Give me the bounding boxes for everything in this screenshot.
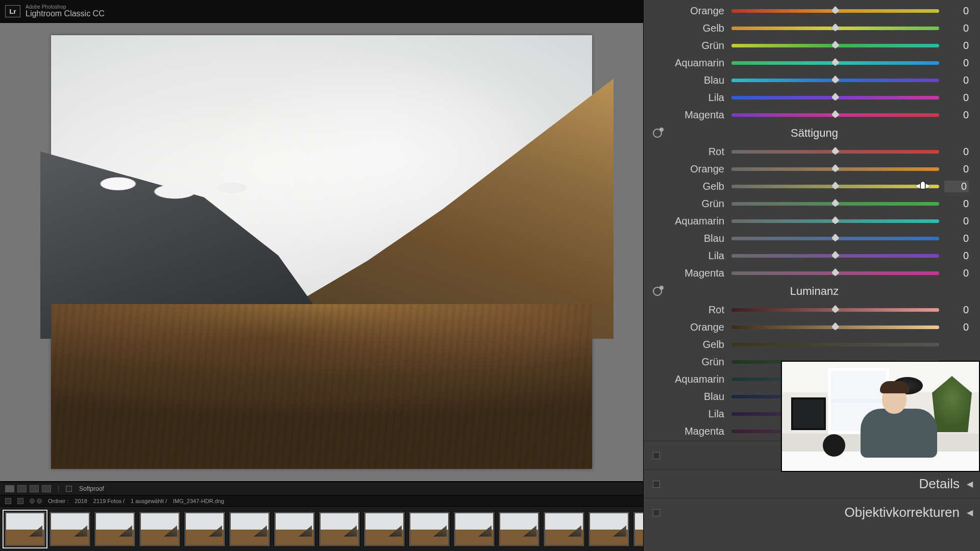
slider-track[interactable] bbox=[731, 79, 939, 82]
slider-value[interactable]: 0 bbox=[944, 109, 969, 121]
slider-value[interactable]: 0 bbox=[944, 74, 969, 86]
slider-track[interactable] bbox=[731, 150, 939, 154]
slider-label[interactable]: Grün bbox=[644, 40, 726, 52]
collapse-caret-icon[interactable]: ◀ bbox=[967, 508, 973, 517]
panel-switch-icon[interactable] bbox=[653, 509, 660, 516]
slider-label[interactable]: Lila bbox=[644, 250, 726, 262]
slider-handle[interactable] bbox=[831, 76, 840, 84]
slider-label[interactable]: Orange bbox=[644, 5, 726, 17]
slider-handle[interactable] bbox=[831, 182, 840, 190]
slider-track[interactable] bbox=[731, 308, 939, 312]
slider-value[interactable]: 0 bbox=[944, 57, 969, 69]
slider-handle[interactable] bbox=[831, 164, 840, 172]
slider-label[interactable]: Gelb bbox=[644, 339, 726, 350]
slider-track[interactable] bbox=[731, 61, 939, 65]
slider-handle[interactable] bbox=[831, 147, 840, 155]
collapse-caret-icon[interactable]: ◀ bbox=[967, 479, 973, 489]
preview-area[interactable] bbox=[0, 22, 643, 482]
slider-handle[interactable] bbox=[831, 216, 840, 224]
slider-track[interactable] bbox=[731, 202, 939, 206]
slider-value[interactable]: 0 bbox=[944, 22, 969, 34]
slider-handle[interactable] bbox=[831, 93, 840, 101]
slider-value[interactable]: 0 bbox=[944, 40, 969, 52]
filename[interactable]: IMG_2347-HDR.dng bbox=[173, 498, 224, 504]
filmstrip-thumb[interactable] bbox=[453, 511, 495, 547]
targeted-adjustment-icon[interactable] bbox=[653, 287, 662, 296]
slider-track[interactable] bbox=[731, 325, 939, 329]
slider-value[interactable]: 0 bbox=[944, 215, 969, 227]
slider-label[interactable]: Aquamarin bbox=[644, 57, 726, 69]
slider-label[interactable]: Rot bbox=[644, 304, 726, 316]
slider-handle[interactable] bbox=[831, 251, 840, 259]
nav-back-icon[interactable] bbox=[30, 498, 35, 504]
slider-value[interactable]: 0 bbox=[944, 5, 969, 17]
filmstrip-thumb[interactable] bbox=[408, 511, 450, 547]
slider-track[interactable] bbox=[731, 27, 939, 30]
slider-track[interactable] bbox=[731, 44, 939, 47]
slider-value[interactable]: 0 bbox=[944, 198, 969, 210]
slider-handle[interactable] bbox=[831, 322, 840, 331]
slider-handle[interactable] bbox=[831, 110, 840, 118]
slider-track[interactable] bbox=[731, 254, 939, 258]
filmstrip[interactable] bbox=[0, 506, 643, 551]
filmstrip-thumb[interactable] bbox=[94, 511, 136, 547]
collapsed-section[interactable]: Objektivkorrekturen◀ bbox=[644, 498, 980, 527]
filmstrip-thumb[interactable] bbox=[633, 511, 643, 547]
filmstrip-thumb[interactable] bbox=[49, 511, 91, 547]
slider-track[interactable] bbox=[731, 96, 939, 99]
slider-value[interactable]: 0 bbox=[944, 163, 969, 175]
people-view-icon[interactable] bbox=[42, 485, 51, 492]
folder-value[interactable]: 2018 bbox=[75, 498, 87, 504]
slider-label[interactable]: Orange bbox=[644, 163, 726, 175]
filmstrip-thumb[interactable] bbox=[229, 511, 271, 547]
slider-track[interactable] bbox=[731, 185, 939, 188]
slider-value[interactable]: 0 bbox=[944, 181, 969, 192]
compare-view-icon[interactable] bbox=[17, 485, 27, 492]
targeted-adjustment-icon[interactable] bbox=[653, 129, 662, 138]
filmstrip-thumb[interactable] bbox=[543, 511, 585, 547]
slider-handle[interactable] bbox=[831, 199, 840, 207]
filmstrip-thumb[interactable] bbox=[588, 511, 630, 547]
nav-fwd-icon[interactable] bbox=[37, 498, 42, 504]
second-window-icon[interactable] bbox=[5, 498, 11, 504]
photo-preview[interactable] bbox=[51, 35, 592, 469]
slider-label[interactable]: Aquamarin bbox=[644, 373, 726, 385]
filmstrip-thumb[interactable] bbox=[274, 511, 315, 547]
slider-label[interactable]: Blau bbox=[644, 233, 726, 244]
filmstrip-thumb[interactable] bbox=[4, 511, 46, 547]
slider-label[interactable]: Gelb bbox=[644, 181, 726, 192]
slider-track[interactable] bbox=[731, 219, 939, 223]
slider-handle[interactable] bbox=[831, 23, 840, 32]
slider-value[interactable]: 0 bbox=[944, 321, 969, 333]
slider-label[interactable]: Magenta bbox=[644, 425, 726, 437]
slider-label[interactable]: Lila bbox=[644, 408, 726, 420]
slider-track[interactable] bbox=[731, 271, 939, 275]
slider-track[interactable] bbox=[731, 9, 939, 13]
slider-handle[interactable] bbox=[831, 234, 840, 242]
slider-value[interactable]: 0 bbox=[944, 92, 969, 104]
slider-label[interactable]: Blau bbox=[644, 391, 726, 403]
grid-icon[interactable] bbox=[17, 498, 23, 504]
slider-label[interactable]: Grün bbox=[644, 356, 726, 368]
slider-label[interactable]: Grün bbox=[644, 198, 726, 210]
slider-value[interactable]: 0 bbox=[944, 146, 969, 158]
slider-value[interactable]: 0 bbox=[944, 233, 969, 244]
slider-label[interactable]: Blau bbox=[644, 74, 726, 86]
slider-value[interactable]: 0 bbox=[944, 304, 969, 316]
filmstrip-thumb[interactable] bbox=[184, 511, 226, 547]
slider-handle[interactable] bbox=[831, 6, 840, 14]
slider-handle[interactable] bbox=[831, 58, 840, 66]
slider-label[interactable]: Lila bbox=[644, 92, 726, 104]
panel-switch-icon[interactable] bbox=[653, 452, 660, 459]
slider-value[interactable]: 0 bbox=[944, 250, 969, 262]
slider-track[interactable] bbox=[731, 237, 939, 240]
filmstrip-thumb[interactable] bbox=[363, 511, 405, 547]
slider-handle[interactable] bbox=[831, 268, 840, 277]
filmstrip-thumb[interactable] bbox=[139, 511, 181, 547]
survey-view-icon[interactable] bbox=[30, 485, 39, 492]
slider-label[interactable]: Aquamarin bbox=[644, 215, 726, 227]
slider-track[interactable] bbox=[731, 167, 939, 171]
filmstrip-thumb[interactable] bbox=[498, 511, 540, 547]
collapsed-section[interactable]: Details◀ bbox=[644, 469, 980, 498]
loupe-view-icon[interactable] bbox=[5, 485, 14, 492]
